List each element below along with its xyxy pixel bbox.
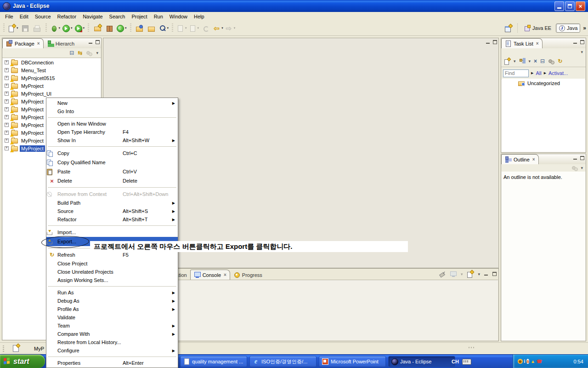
menu-item-debug-as[interactable]: Debug As▶ [46,297,178,305]
expand-toggle-icon[interactable]: + [5,131,9,135]
open-type-button[interactable] [134,22,146,34]
maximize-view-icon[interactable] [580,40,584,44]
menubar-item-file[interactable]: File [2,13,17,20]
menu-item-profile-as[interactable]: Profile As▶ [46,305,178,313]
keyboard-icon[interactable] [462,359,471,365]
menubar-item-refactor[interactable]: Refactor [54,13,80,20]
menu-item-source[interactable]: SourceAlt+Shift+S▶ [46,207,178,215]
start-button[interactable]: start [0,355,45,368]
synchronize-icon[interactable]: ↻ [558,58,562,64]
tab-task-list[interactable]: Task List × [501,38,543,48]
menubar-item-run[interactable]: Run [151,13,166,20]
menu-item-import[interactable]: Import... [46,228,178,237]
dropdown-arrow-icon[interactable]: ▾ [59,26,61,30]
dropdown-arrow-icon[interactable]: ▾ [198,26,199,30]
expand-toggle-icon[interactable]: + [5,123,9,127]
dropdown-arrow-icon[interactable]: ▾ [221,26,223,30]
dropdown-arrow-icon[interactable]: ▾ [478,272,480,276]
tab-outline[interactable]: Outline × [501,154,539,164]
restore-button[interactable] [565,1,575,11]
menu-item-open-in-new-window[interactable]: Open in New Window [46,120,178,128]
menubar-item-help[interactable]: Help [191,13,208,20]
new-task-icon[interactable] [504,58,510,65]
taskbar-button-iso[interactable]: eISO인증/경영인증/... [249,356,317,367]
dropdown-arrow-icon[interactable]: ▾ [167,26,169,30]
dropdown-arrow-icon[interactable]: ▾ [71,26,73,30]
perspective-overflow-chevron[interactable]: » [583,25,586,31]
expand-toggle-icon[interactable]: + [5,84,9,88]
tab-console[interactable]: Console× [190,270,230,280]
dropdown-arrow-icon[interactable]: ▾ [529,59,531,63]
pin-console-icon[interactable] [439,270,446,277]
menu-item-validate[interactable]: Validate [46,313,178,322]
expand-toggle-icon[interactable]: + [5,99,9,104]
dropdown-arrow-icon[interactable]: ▾ [234,26,236,30]
language-indicator[interactable]: CH [452,359,459,364]
filters-icon[interactable] [86,50,92,56]
tree-item-project[interactable]: +Menu_Test [3,66,101,74]
expand-toggle-icon[interactable]: + [5,138,9,143]
expand-toggle-icon[interactable]: + [5,76,9,80]
expand-toggle-icon[interactable]: + [5,115,9,119]
close-icon[interactable]: × [532,157,535,162]
close-icon[interactable]: × [536,41,539,46]
menubar-item-project[interactable]: Project [128,13,150,20]
debug-button[interactable]: ▾ [49,22,62,34]
menubar-item-window[interactable]: Window [166,13,191,20]
menubar-item-search[interactable]: Search [106,13,129,20]
expand-toggle-icon[interactable]: + [5,146,9,150]
menu-item-team[interactable]: Team▶ [46,322,178,330]
menubar-item-edit[interactable]: Edit [17,13,32,20]
tray-network-icon[interactable]: ☎ [537,359,542,364]
menu-item-restore-from-local-history[interactable]: Restore from Local History... [46,338,178,346]
expand-toggle-icon[interactable]: + [5,107,9,111]
menubar-item-source[interactable]: Source [32,13,54,20]
maximize-view-icon[interactable] [492,272,497,276]
taskbar-button-java-eclipse[interactable]: Java - Eclipse [388,356,455,367]
link-all[interactable]: All [536,70,541,76]
perspective-java-button[interactable]: Java [556,23,580,33]
new-java-project-button[interactable] [91,22,103,34]
menu-item-copy[interactable]: CopyCtrl+C [46,149,178,158]
tray-wireless-icon[interactable]: ▲ [531,359,535,364]
open-console-icon[interactable] [467,270,474,277]
menu-item-new[interactable]: New▶ [46,99,178,107]
category-uncategorized[interactable]: Uncategorized [502,79,585,86]
link-activate[interactable]: Activat... [548,70,568,76]
run-button[interactable]: ▾ [61,22,74,34]
menu-item-refactor[interactable]: RefactorAlt+Shift+T▶ [46,215,178,224]
collapse-all-button[interactable]: ⊟ [540,58,545,64]
dropdown-arrow-icon[interactable]: ▾ [125,26,127,30]
menubar-item-navigate[interactable]: Navigate [79,13,106,20]
menu-item-build-path[interactable]: Build Path▶ [46,199,178,207]
menu-item-configure[interactable]: Configure▶ [46,346,178,355]
menu-item-delete[interactable]: ×DeleteDelete [46,176,178,185]
minimize-button[interactable] [554,1,564,11]
display-selected-console-icon[interactable] [450,270,457,277]
minimize-editor-icon[interactable] [486,40,490,44]
minimize-view-icon[interactable] [573,156,577,160]
perspective-java-ee-button[interactable]: Java EE [521,23,554,33]
expand-toggle-icon[interactable]: + [5,92,9,96]
new-wizard-button[interactable]: ▾ [7,22,19,34]
menu-item-close-unrelated-projects[interactable]: Close Unrelated Projects [46,268,178,276]
menu-item-compare-with[interactable]: Compare With▶ [46,330,178,338]
close-button[interactable]: × [576,1,585,11]
maximize-view-icon[interactable] [580,156,584,160]
menu-item-properties[interactable]: PropertiesAlt+Enter [46,359,178,367]
maximize-view-icon[interactable] [96,40,100,44]
minimize-view-icon[interactable] [573,40,577,44]
find-input[interactable] [503,69,529,77]
expand-toggle-icon[interactable]: + [5,68,9,72]
dropdown-arrow-icon[interactable]: ▾ [461,272,463,276]
menu-item-run-as[interactable]: Run As▶ [46,288,178,297]
view-menu-button[interactable]: ▾ [581,50,583,54]
minimize-view-icon[interactable] [89,40,93,44]
back-button[interactable]: ⇦▾ [212,22,224,34]
new-java-package-button[interactable] [103,22,115,34]
menu-item-open-type-hierarchy[interactable]: Open Type HierarchyF4 [46,128,178,136]
tab-progress[interactable]: Progress [230,270,266,280]
categorized-view-icon[interactable] [519,58,526,64]
tree-item-project[interactable]: +DBConnection [3,58,101,66]
tray-info-icon[interactable]: i [524,359,526,364]
